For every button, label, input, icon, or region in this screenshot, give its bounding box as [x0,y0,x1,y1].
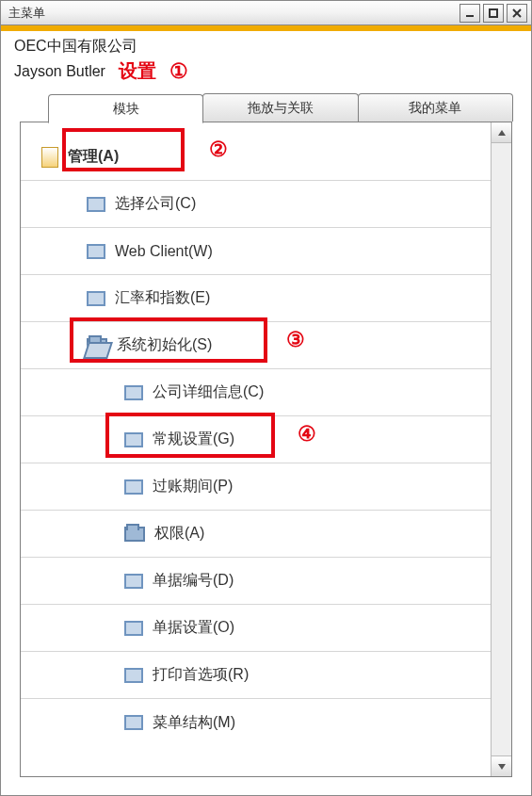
tree-item-select-company[interactable]: 选择公司(C) [21,181,491,228]
close-button[interactable] [507,4,527,23]
tree-item-doc-numbering[interactable]: 单据编号(D) [21,558,491,605]
tab-my-menu[interactable]: 我的菜单 [358,93,513,122]
window-controls [459,4,527,23]
svg-marker-5 [498,764,506,770]
tree-item-authorizations[interactable]: 权限(A) [21,511,491,558]
tree-label: 打印首选项(R) [153,665,249,685]
user-line: Jayson Butler 设置 ① [14,58,518,84]
user-name: Jayson Butler [14,63,105,80]
tree-label: Web Client(W) [115,243,213,260]
tree-item-posting-periods[interactable]: 过账期间(P) [21,463,491,511]
tree-item-print-prefs[interactable]: 打印首选项(R) [21,652,491,699]
window-icon [124,621,143,636]
window-icon [87,197,105,212]
folder-open-icon [87,338,107,353]
tree-label: 管理(A) [68,147,119,167]
tree-item-doc-settings[interactable]: 单据设置(O) [21,605,491,652]
company-name: OEC中国有限公司 [14,37,518,57]
page-icon [41,147,58,168]
titlebar: 主菜单 [1,1,531,25]
main-window: 主菜单 OEC中国有限公司 Jayson Butler 设置 ① 模块 拖放与关… [0,0,532,796]
scroll-down-button[interactable] [492,755,511,776]
window-icon [124,432,143,447]
tree-label: 常规设置(G) [153,430,234,449]
tree-item-general-settings[interactable]: 常规设置(G) [21,416,491,463]
window-title: 主菜单 [8,5,459,22]
tab-drag-drop[interactable]: 拖放与关联 [202,93,358,122]
folder-icon [124,527,145,542]
svg-rect-1 [490,9,497,17]
settings-link[interactable]: 设置 [119,58,156,84]
window-icon [124,715,143,730]
tree-label: 系统初始化(S) [117,335,212,355]
tree-root-admin[interactable]: 管理(A) [21,134,491,181]
tab-modules[interactable]: 模块 [48,94,203,123]
window-icon [87,244,105,259]
tree-label: 公司详细信息(C) [153,382,264,402]
tree-label: 汇率和指数(E) [115,288,210,308]
maximize-button[interactable] [483,4,504,23]
tree-item-web-client[interactable]: Web Client(W) [21,228,491,275]
annotation-1: ① [169,59,188,84]
content-pane: 管理(A) 选择公司(C) Web Client(W) 汇率和指数(E) 系统初… [20,122,512,777]
tree-label: 过账期间(P) [153,477,233,496]
svg-marker-4 [498,130,506,136]
tab-bar: 模块 拖放与关联 我的菜单 [48,93,512,122]
tree-item-system-init[interactable]: 系统初始化(S) [21,322,491,369]
window-icon [124,385,143,400]
vertical-scrollbar[interactable] [491,122,511,776]
scroll-up-button[interactable] [492,122,511,143]
tree-label: 单据编号(D) [153,571,234,591]
scroll-track[interactable] [492,143,511,755]
header: OEC中国有限公司 Jayson Butler 设置 ① [1,31,531,86]
tree-label: 权限(A) [154,524,204,544]
tree-label: 菜单结构(M) [153,713,235,733]
tree-item-exchange-rates[interactable]: 汇率和指数(E) [21,275,491,322]
tree-label: 单据设置(O) [153,618,234,638]
tree-item-company-details[interactable]: 公司详细信息(C) [21,369,491,416]
tree-item-menu-structure[interactable]: 菜单结构(M) [21,699,491,746]
window-icon [124,479,143,495]
tree-view: 管理(A) 选择公司(C) Web Client(W) 汇率和指数(E) 系统初… [21,122,491,776]
window-icon [124,668,143,683]
window-icon [87,291,105,306]
tree-label: 选择公司(C) [115,194,196,214]
window-icon [124,574,143,589]
minimize-button[interactable] [459,4,480,23]
